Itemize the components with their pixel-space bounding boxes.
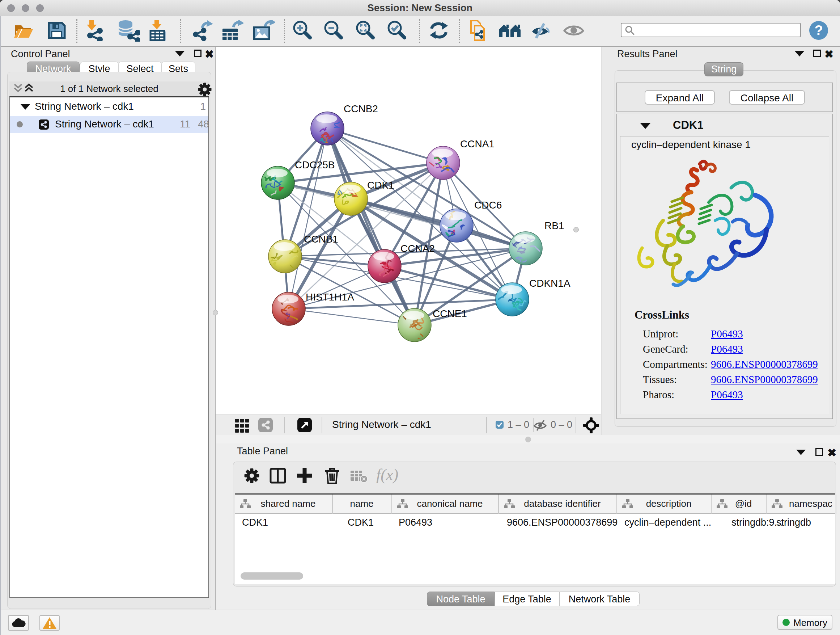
svg-text:HIST1H1A: HIST1H1A [306, 291, 354, 302]
svg-text:CDK1: CDK1 [367, 180, 394, 191]
svg-text:CCNE1: CCNE1 [433, 308, 467, 319]
svg-text:CCNA1: CCNA1 [460, 138, 494, 149]
svg-text:CCNA2: CCNA2 [401, 243, 435, 254]
svg-text:CDKN1A: CDKN1A [529, 278, 570, 289]
svg-text:RB1: RB1 [545, 220, 564, 231]
svg-text:?: ? [814, 23, 823, 38]
svg-text:CDC6: CDC6 [474, 200, 502, 211]
svg-text:CDC25B: CDC25B [295, 159, 335, 171]
svg-text:CCNB1: CCNB1 [304, 233, 338, 245]
svg-text:CCNB2: CCNB2 [344, 103, 378, 114]
